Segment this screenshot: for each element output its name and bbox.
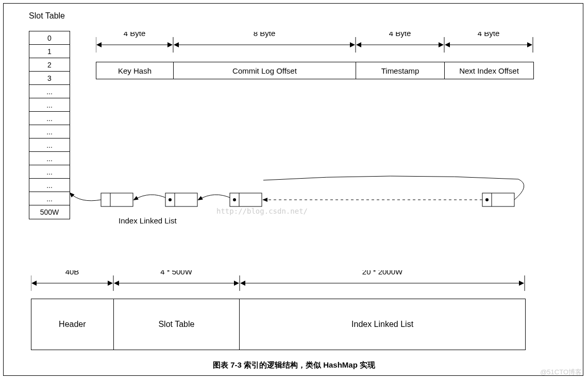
entry-size-label: 4 Byte: [124, 32, 146, 38]
slot-row: ...: [29, 138, 70, 152]
slot-row: 3: [29, 72, 70, 85]
entry-size-label: 8 Byte: [254, 32, 276, 38]
layout-size-label: 4 * 500W: [160, 270, 193, 276]
slot-row: ...: [29, 98, 70, 112]
linked-list-label: Index Linked List: [119, 216, 177, 225]
entry-size-label: 4 Byte: [389, 32, 411, 38]
slot-row: 2: [29, 58, 70, 72]
entry-field: Key Hash: [96, 62, 174, 79]
slot-row: ...: [29, 152, 70, 165]
layout-size-label: 40B: [65, 270, 79, 276]
slot-row: ...: [29, 125, 70, 138]
index-entry-table: Key Hash Commit Log Offset Timestamp Nex…: [96, 62, 534, 79]
entry-field: Next Index Offset: [445, 62, 533, 79]
entry-size-arrows: 4 Byte 8 Byte 4 Byte 4 Byte: [96, 32, 534, 58]
layout-size-arrows: 40B 4 * 500W 20 * 2000W: [31, 270, 526, 296]
slot-row: 1: [29, 45, 70, 58]
slot-row: ...: [29, 85, 70, 98]
svg-point-20: [485, 198, 489, 201]
entry-field: Commit Log Offset: [174, 62, 356, 79]
file-layout-table: Header Slot Table Index Linked List: [31, 299, 526, 350]
entry-field: Timestamp: [356, 62, 445, 79]
slot-table-title: Slot Table: [29, 11, 65, 21]
linked-list-svg: [29, 175, 544, 221]
svg-point-13: [169, 198, 172, 201]
layout-size-label: 20 * 2000W: [362, 270, 403, 276]
layout-section: Slot Table: [114, 299, 240, 350]
layout-section: Index Linked List: [240, 299, 525, 350]
figure-caption: 图表 7-3 索引的逻辑结构，类似 HashMap 实现: [0, 360, 588, 370]
slot-row: ...: [29, 112, 70, 125]
layout-section: Header: [31, 299, 114, 350]
entry-size-label: 4 Byte: [478, 32, 500, 38]
svg-rect-9: [101, 193, 133, 206]
svg-point-16: [233, 198, 236, 201]
slot-row: 0: [29, 31, 70, 45]
